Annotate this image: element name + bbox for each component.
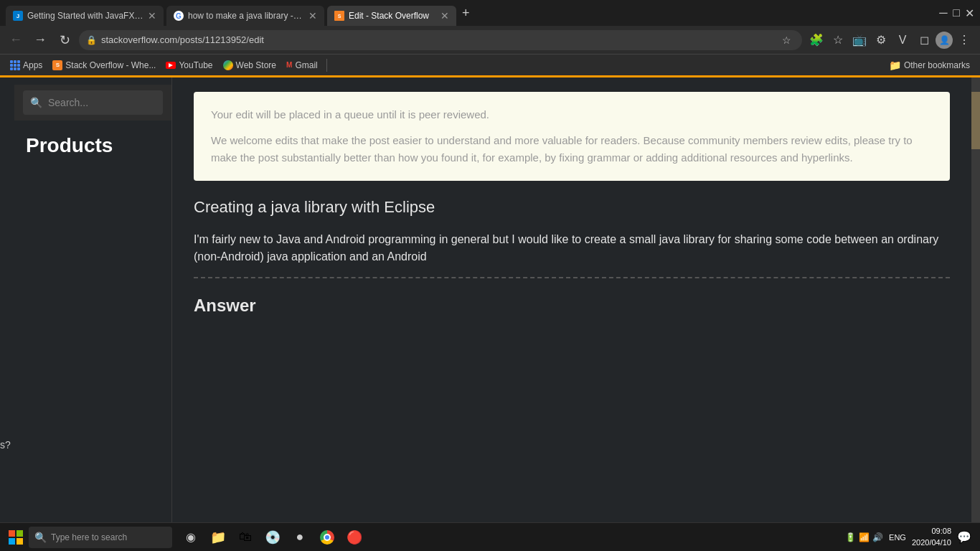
taskbar-file-explorer[interactable]: 📁 bbox=[205, 524, 231, 550]
taskbar-task-view[interactable]: ◉ bbox=[178, 524, 204, 550]
start-button[interactable] bbox=[3, 524, 29, 550]
bookmark-other[interactable]: 📁 Other bookmarks bbox=[885, 58, 974, 72]
tab-close-javafx[interactable]: ✕ bbox=[148, 10, 156, 22]
tab-close-so[interactable]: ✕ bbox=[440, 10, 449, 22]
svg-rect-1 bbox=[17, 530, 23, 537]
bookmark-star-icon[interactable]: ☆ bbox=[778, 32, 795, 49]
address-bar[interactable]: 🔒 stackoverflow.com/posts/11213952/edit … bbox=[79, 30, 802, 50]
folder-icon: 📁 bbox=[889, 60, 901, 71]
tab-javafx[interactable]: J Getting Started with JavaFX Game P ✕ bbox=[6, 6, 164, 26]
left-edge-text: s? bbox=[0, 439, 11, 451]
taskbar: 🔍 Type here to search ◉ 📁 🛍 💿 ● 🔴 🔋 📶 � bbox=[0, 522, 980, 551]
clock-time: 09:08 bbox=[912, 526, 951, 537]
maximize-button[interactable]: □ bbox=[951, 8, 961, 18]
tab-title-javafx: Getting Started with JavaFX Game P bbox=[27, 11, 143, 21]
notice-text: Your edit will be placed in a queue unti… bbox=[211, 106, 933, 166]
bookmark-stackoverflow[interactable]: S Stack Overflow - Whe... bbox=[48, 59, 160, 72]
language-indicator: ENG bbox=[889, 533, 906, 542]
refresh-button[interactable]: ↻ bbox=[55, 30, 75, 50]
taskbar-store[interactable]: 🛍 bbox=[232, 524, 258, 550]
bookmark-apps-label: Apps bbox=[23, 60, 42, 70]
products-label: Products bbox=[14, 121, 171, 171]
battery-icon: 🔋 bbox=[845, 532, 856, 542]
ws-favicon bbox=[223, 60, 233, 70]
star-icon[interactable]: ☆ bbox=[828, 30, 848, 50]
bookmark-gmail-label: Gmail bbox=[295, 60, 317, 70]
volume-icon: 🔊 bbox=[872, 532, 883, 542]
scrollbar-track[interactable] bbox=[971, 77, 980, 522]
bookmark-apps[interactable]: Apps bbox=[6, 59, 47, 72]
tab-stackoverflow[interactable]: S Edit - Stack Overflow ✕ bbox=[327, 6, 456, 26]
main-content: Your edit will be placed in a queue unti… bbox=[172, 77, 971, 522]
tab-close-google[interactable]: ✕ bbox=[308, 10, 317, 22]
tab-favicon-so: S bbox=[334, 11, 344, 21]
so-favicon: S bbox=[52, 60, 62, 70]
tab-title-so: Edit - Stack Overflow bbox=[349, 11, 436, 21]
tab-google[interactable]: G how to make a java library - Google...… bbox=[166, 6, 324, 26]
svg-rect-3 bbox=[17, 538, 23, 545]
bookmark-so-label: Stack Overflow - Whe... bbox=[65, 60, 156, 70]
svg-rect-2 bbox=[9, 538, 15, 545]
notice-line2: We welcome edits that make the post easi… bbox=[211, 132, 933, 166]
toolbar-buttons: 🧩 ☆ 📺 ⚙ V ◻ 👤 ⋮ bbox=[806, 30, 974, 50]
title-bar: J Getting Started with JavaFX Game P ✕ G… bbox=[0, 0, 980, 26]
clock-date: 2020/04/10 bbox=[912, 537, 951, 548]
taskbar-search[interactable]: 🔍 Type here to search bbox=[29, 527, 172, 548]
taskbar-system-icons: 🔋 📶 🔊 bbox=[845, 532, 883, 542]
answer-section-label: Answer bbox=[194, 296, 950, 316]
page-area: s? 🔍 Search... Products Your edit will b… bbox=[0, 77, 980, 522]
extensions-icon[interactable]: 🧩 bbox=[806, 30, 826, 50]
bookmark-gmail[interactable]: M Gmail bbox=[282, 59, 322, 72]
taskbar-search-placeholder: Type here to search bbox=[51, 532, 127, 542]
new-tab-button[interactable]: + bbox=[462, 6, 470, 21]
browser-frame: J Getting Started with JavaFX Game P ✕ G… bbox=[0, 0, 980, 77]
avatar[interactable]: 👤 bbox=[936, 32, 953, 49]
bookmark-ws-label: Web Store bbox=[236, 60, 276, 70]
search-icon: 🔍 bbox=[30, 97, 42, 108]
so-search-bar[interactable]: 🔍 Search... bbox=[23, 90, 163, 115]
notice-box: Your edit will be placed in a queue unti… bbox=[194, 92, 950, 181]
lock-icon: 🔒 bbox=[86, 35, 97, 45]
question-body[interactable]: I'm fairly new to Java and Android progr… bbox=[194, 231, 950, 278]
wifi-icon: 📶 bbox=[859, 532, 870, 542]
address-text: stackoverflow.com/posts/11213952/edit bbox=[101, 34, 773, 45]
omnibar-row: ← → ↻ 🔒 stackoverflow.com/posts/11213952… bbox=[0, 26, 980, 55]
bookmarks-bar: Apps S Stack Overflow - Whe... YouTube W… bbox=[0, 55, 980, 77]
windows-logo-icon bbox=[9, 530, 23, 545]
window-controls: ─ □ ✕ bbox=[938, 8, 974, 18]
taskbar-clock: 09:08 2020/04/10 bbox=[912, 526, 951, 548]
left-sidebar-edge: s? bbox=[0, 77, 14, 522]
bookmarks-divider bbox=[326, 59, 327, 72]
svg-rect-0 bbox=[9, 530, 15, 537]
tab-favicon-google: G bbox=[174, 11, 184, 21]
forward-button[interactable]: → bbox=[30, 30, 50, 50]
taskbar-icon5[interactable]: ● bbox=[287, 524, 313, 550]
tab-favicon-javafx: J bbox=[13, 11, 23, 21]
search-placeholder: Search... bbox=[48, 97, 88, 108]
taskbar-icon7[interactable]: 🔴 bbox=[341, 524, 367, 550]
cast-icon[interactable]: 📺 bbox=[849, 30, 870, 50]
vivaldi-icon[interactable]: V bbox=[892, 30, 913, 50]
sidebar: 🔍 Search... Products bbox=[14, 77, 172, 522]
notification-icon[interactable]: 💬 bbox=[957, 530, 971, 544]
taskbar-media[interactable]: 💿 bbox=[260, 524, 286, 550]
gmail-favicon: M bbox=[286, 62, 292, 69]
bookmark-youtube[interactable]: YouTube bbox=[161, 59, 217, 72]
ext-icon[interactable]: ◻ bbox=[914, 30, 934, 50]
bookmark-other-label: Other bookmarks bbox=[904, 60, 970, 70]
minimize-button[interactable]: ─ bbox=[938, 8, 948, 18]
menu-icon[interactable]: ⋮ bbox=[954, 30, 974, 50]
scrollbar-thumb[interactable] bbox=[971, 92, 980, 149]
settings-icon[interactable]: ⚙ bbox=[871, 30, 891, 50]
back-button[interactable]: ← bbox=[6, 30, 26, 50]
question-body-text: I'm fairly new to Java and Android progr… bbox=[194, 231, 950, 265]
so-search-area: 🔍 Search... bbox=[14, 85, 171, 121]
address-actions: ☆ bbox=[778, 32, 795, 49]
yt-favicon bbox=[166, 62, 176, 69]
taskbar-chrome[interactable] bbox=[314, 524, 340, 550]
taskbar-search-icon: 🔍 bbox=[34, 532, 47, 543]
taskbar-right: 🔋 📶 🔊 ENG 09:08 2020/04/10 💬 bbox=[845, 526, 977, 548]
notice-line1: Your edit will be placed in a queue unti… bbox=[211, 106, 933, 123]
bookmark-webstore[interactable]: Web Store bbox=[219, 59, 281, 72]
close-button[interactable]: ✕ bbox=[964, 8, 974, 18]
